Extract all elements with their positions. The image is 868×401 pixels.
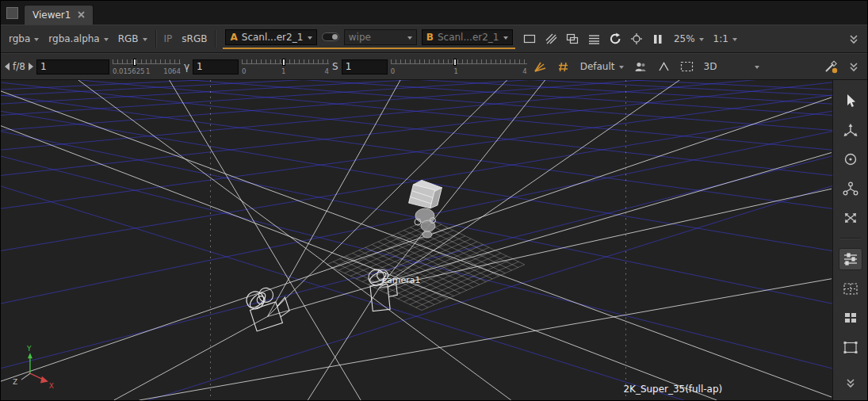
input-process-label: IP	[164, 33, 173, 44]
gain-input[interactable]	[36, 59, 109, 74]
scene-tree-icon[interactable]	[839, 178, 862, 200]
axis-y-label: Y	[26, 345, 32, 353]
wave-icon[interactable]	[654, 57, 674, 77]
alpha-dropdown[interactable]: rgba.alpha	[44, 32, 112, 46]
axis-x-label: X	[49, 382, 54, 390]
format-label: 2K_Super_35(full-ap)	[624, 384, 723, 395]
tab-viewer1[interactable]: Viewer1	[24, 5, 94, 25]
slider-labels: 0 1 4	[242, 67, 329, 75]
collapse-chevron-icon[interactable]	[843, 29, 863, 49]
saturation-slider[interactable]: 0 1 4	[391, 56, 527, 77]
slider-handle[interactable]	[453, 59, 457, 66]
gamma-slider[interactable]: 0 1 4	[242, 56, 329, 77]
slider-mid: 1	[281, 67, 285, 75]
3d-scene[interactable]: camera1 2K_Super_35(full-ap) Y X Z	[1, 80, 832, 400]
quad-view-icon[interactable]	[839, 307, 862, 329]
collapse-chevron-icon[interactable]	[839, 372, 862, 394]
3d-light-icon[interactable]	[530, 57, 550, 77]
axis-gizmo: Y X Z	[13, 345, 54, 390]
format-box-icon[interactable]	[520, 29, 540, 49]
view-select-label: 3D	[704, 61, 717, 72]
monitor-out-icon[interactable]	[563, 29, 583, 49]
slider-handle[interactable]	[133, 59, 136, 66]
slider-min: 0	[391, 67, 395, 75]
viewer-process-dropdown[interactable]: sRGB	[178, 32, 211, 46]
lut-label: Default	[580, 61, 615, 72]
exposure-sliders-icon[interactable]	[839, 248, 862, 270]
next-arrow-icon[interactable]	[29, 63, 33, 71]
chevron-down-icon	[34, 38, 39, 41]
input-process-button[interactable]: IP	[160, 32, 177, 46]
panel-icon[interactable]	[6, 7, 18, 19]
viewer-side-toolbar	[832, 80, 867, 400]
tab-bar: Viewer1	[1, 1, 867, 25]
toggle-knob	[332, 34, 338, 40]
3d-viewport[interactable]: camera1 2K_Super_35(full-ap) Y X Z	[1, 80, 832, 400]
wipe-toggle[interactable]	[322, 32, 339, 41]
pause-icon[interactable]	[648, 29, 668, 49]
chevron-down-icon	[308, 36, 312, 40]
gamma-symbol: γ	[184, 61, 189, 72]
wipe-mode-dropdown[interactable]: wipe	[344, 29, 417, 45]
lut-dropdown[interactable]: Default	[576, 59, 628, 74]
camera-name-label: camera1	[382, 275, 420, 285]
slider-max: 4	[522, 67, 526, 75]
prev-arrow-icon[interactable]	[5, 63, 10, 71]
slider-handle[interactable]	[282, 59, 285, 66]
slider-min: 0.015625	[113, 67, 145, 75]
view-select-dropdown[interactable]: 3D	[700, 59, 763, 74]
buffer-b-dropdown[interactable]: B Scanl...er2_1	[422, 29, 513, 45]
slider-mid: 1	[146, 67, 150, 75]
main-area: camera1 2K_Super_35(full-ap) Y X Z	[1, 80, 867, 400]
layout-grid-icon[interactable]	[839, 277, 862, 300]
gain-slider[interactable]: 0.015625 1 1064	[113, 56, 181, 77]
chevron-down-icon	[619, 66, 624, 69]
buffer-a-value: Scanl...er2_1	[242, 32, 304, 43]
tab-close-icon[interactable]	[78, 10, 85, 21]
chevron-down-icon	[104, 38, 109, 41]
saturation-input[interactable]	[342, 59, 388, 74]
channel-display-label: RGB	[118, 33, 139, 44]
occlusion-people-icon[interactable]	[631, 57, 651, 77]
marquee-icon[interactable]	[677, 57, 697, 77]
viewer-toolbar-top: rgba rgba.alpha RGB IP sRGB A Scanl...er…	[1, 25, 867, 53]
roi-icon[interactable]	[627, 29, 647, 49]
pointer-tool-icon[interactable]	[839, 90, 862, 112]
chevron-down-icon	[732, 38, 737, 41]
zoom-level-dropdown[interactable]: 25%	[670, 32, 708, 46]
frame-view-icon[interactable]	[839, 336, 862, 358]
pixel-aspect-label: 1:1	[713, 33, 728, 44]
slider-track	[391, 63, 527, 64]
slider-max: 4	[325, 67, 329, 75]
layer-dropdown[interactable]: rgba	[5, 32, 43, 46]
tumble-tool-icon[interactable]	[839, 119, 862, 141]
zoom-tool-icon[interactable]	[839, 207, 862, 229]
gamma-input[interactable]	[193, 59, 239, 74]
chevron-down-icon	[755, 66, 759, 69]
viewer-toolbar-controls: f/8 0.015625 1 1064 γ 0 1 4 S	[1, 53, 867, 80]
pixel-aspect-dropdown[interactable]: 1:1	[709, 32, 741, 46]
stereo-lines-icon[interactable]	[584, 29, 604, 49]
slider-labels: 0 1 4	[391, 67, 527, 75]
frustum-rays	[1, 80, 832, 400]
channel-display-dropdown[interactable]: RGB	[114, 32, 151, 46]
slider-labels: 0.015625 1 1064	[113, 67, 181, 75]
buffer-a-letter: A	[230, 32, 237, 43]
grid-hash-icon[interactable]	[553, 57, 573, 77]
zoom-level-label: 25%	[674, 33, 695, 44]
axis-z-label: Z	[13, 378, 17, 386]
tab-label: Viewer1	[33, 10, 71, 21]
buffer-a-dropdown[interactable]: A Scanl...er2_1	[225, 29, 316, 45]
slider-mid: 1	[453, 67, 457, 75]
roll-tool-icon[interactable]	[839, 148, 862, 170]
fstop-label: f/8	[13, 61, 25, 72]
nuke-viewer-window: Viewer1 rgba rgba.alpha RGB IP sRGB A Sc…	[0, 0, 868, 401]
slider-max: 1064	[163, 67, 181, 75]
color-sampler-icon[interactable]	[820, 57, 840, 77]
collapse-chevron-icon[interactable]	[843, 57, 863, 77]
chevron-down-icon	[143, 38, 147, 41]
slider-track	[242, 63, 329, 64]
chevron-down-icon	[503, 36, 508, 40]
refresh-icon[interactable]	[606, 29, 625, 49]
proxy-toggle-icon[interactable]	[541, 29, 561, 49]
